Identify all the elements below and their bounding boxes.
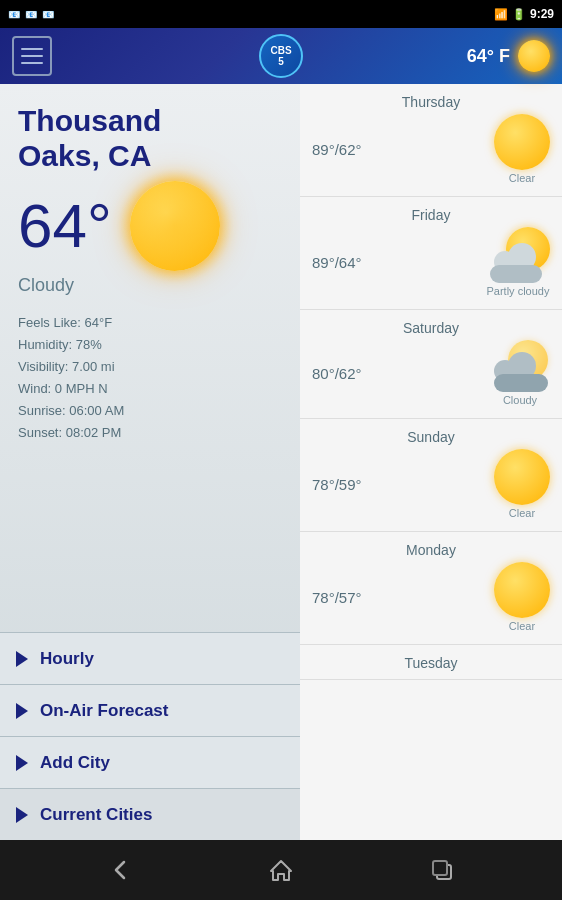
menu-item-hourly[interactable]: Hourly	[0, 632, 300, 684]
day-icon-sunday: Clear	[494, 449, 550, 519]
humidity: Humidity: 78%	[18, 334, 282, 356]
day-condition-monday: Clear	[509, 620, 535, 632]
weather-main: 64°	[0, 173, 300, 271]
menu-line-3	[21, 62, 43, 64]
menu-line-2	[21, 55, 43, 57]
day-temp-sunday: 78°/59°	[312, 476, 362, 493]
partly-cloudy-icon-friday	[486, 227, 550, 283]
left-panel: ThousandOaks, CA 64° Cloudy Feels Like: …	[0, 84, 300, 840]
cloud-base-friday	[490, 265, 542, 283]
triangle-icon-add-city	[16, 755, 28, 771]
sunrise: Sunrise: 06:00 AM	[18, 400, 282, 422]
app-logo: CBS5	[259, 34, 303, 78]
recent-apps-icon	[428, 856, 456, 884]
day-label-saturday: Saturday	[312, 316, 550, 338]
status-bar: 📧 📧 📧 📶 🔋 9:29	[0, 0, 562, 28]
status-right: 📶 🔋 9:29	[494, 7, 554, 21]
main-content: ThousandOaks, CA 64° Cloudy Feels Like: …	[0, 84, 562, 840]
day-label-monday: Monday	[312, 538, 550, 560]
bottom-navigation	[0, 840, 562, 900]
sunset: Sunset: 08:02 PM	[18, 422, 282, 444]
header-temperature: 64° F	[467, 46, 510, 67]
day-content-sunday: 78°/59° Clear	[312, 447, 550, 525]
menu-label-hourly: Hourly	[40, 649, 94, 669]
weather-details: Feels Like: 64°F Humidity: 78% Visibilit…	[0, 296, 300, 445]
sun-icon-thursday	[494, 114, 550, 170]
forecast-thursday: Thursday 89°/62° Clear	[300, 84, 562, 197]
day-condition-sunday: Clear	[509, 507, 535, 519]
status-icons-left: 📧 📧 📧	[8, 9, 55, 20]
day-temp-saturday: 80°/62°	[312, 365, 362, 382]
triangle-icon-on-air	[16, 703, 28, 719]
current-weather-icon	[130, 181, 220, 271]
recent-apps-button[interactable]	[422, 850, 462, 890]
day-icon-thursday: Clear	[494, 114, 550, 184]
time-display: 9:29	[530, 7, 554, 21]
home-icon	[267, 856, 295, 884]
menu-item-add-city[interactable]: Add City	[0, 736, 300, 788]
cloud-base-saturday	[494, 374, 548, 392]
menu-label-add-city: Add City	[40, 753, 110, 773]
day-temp-monday: 78°/57°	[312, 589, 362, 606]
day-temp-thursday: 89°/62°	[312, 141, 362, 158]
battery-icon: 🔋	[512, 8, 526, 21]
forecast-friday: Friday 89°/64° Partly cl	[300, 197, 562, 310]
pc-cloud-friday	[486, 251, 542, 283]
day-content-saturday: 80°/62° Cloudy	[312, 338, 550, 412]
forecast-monday: Monday 78°/57° Clear	[300, 532, 562, 645]
back-icon	[106, 856, 134, 884]
app-header: CBS5 64° F	[0, 28, 562, 84]
day-label-thursday: Thursday	[312, 90, 550, 112]
back-button[interactable]	[100, 850, 140, 890]
day-label-sunday: Sunday	[312, 425, 550, 447]
cloud-body-saturday	[490, 362, 548, 392]
forecast-tuesday: Tuesday	[300, 645, 562, 680]
header-temp-area: 64° F	[467, 40, 550, 72]
header-sun-icon	[518, 40, 550, 72]
visibility: Visibility: 7.00 mi	[18, 356, 282, 378]
current-temperature: 64°	[18, 195, 112, 257]
cloudy-cloud-saturday	[490, 362, 548, 392]
wind: Wind: 0 MPH N	[18, 378, 282, 400]
day-label-tuesday: Tuesday	[312, 651, 550, 673]
day-icon-saturday: Cloudy	[490, 340, 550, 406]
cloudy-icon-saturday	[490, 340, 550, 392]
triangle-icon-current-cities	[16, 807, 28, 823]
svg-rect-2	[433, 861, 447, 875]
menu-item-on-air-forecast[interactable]: On-Air Forecast	[0, 684, 300, 736]
day-label-friday: Friday	[312, 203, 550, 225]
cbs-logo: CBS5	[259, 34, 303, 78]
cloud-body-friday	[486, 251, 542, 283]
day-content-thursday: 89°/62° Clear	[312, 112, 550, 190]
day-content-friday: 89°/64° Partly cloudy	[312, 225, 550, 303]
forecast-panel: Thursday 89°/62° Clear Friday 89°/64°	[300, 84, 562, 840]
day-icon-monday: Clear	[494, 562, 550, 632]
sun-icon-monday	[494, 562, 550, 618]
day-condition-friday: Partly cloudy	[487, 285, 550, 297]
menu-line-1	[21, 48, 43, 50]
menu-button[interactable]	[12, 36, 52, 76]
signal-icon: 📶	[494, 8, 508, 21]
day-condition-saturday: Cloudy	[503, 394, 537, 406]
city-name: ThousandOaks, CA	[0, 84, 300, 173]
home-button[interactable]	[261, 850, 301, 890]
day-condition-thursday: Clear	[509, 172, 535, 184]
forecast-saturday: Saturday 80°/62° Cloudy	[300, 310, 562, 419]
day-content-monday: 78°/57° Clear	[312, 560, 550, 638]
forecast-sunday: Sunday 78°/59° Clear	[300, 419, 562, 532]
sun-icon-sunday	[494, 449, 550, 505]
day-icon-friday: Partly cloudy	[486, 227, 550, 297]
menu-label-current-cities: Current Cities	[40, 805, 152, 825]
menu-label-on-air: On-Air Forecast	[40, 701, 168, 721]
feels-like: Feels Like: 64°F	[18, 312, 282, 334]
svg-marker-0	[271, 861, 291, 880]
menu-item-current-cities[interactable]: Current Cities	[0, 788, 300, 840]
triangle-icon-hourly	[16, 651, 28, 667]
day-temp-friday: 89°/64°	[312, 254, 362, 271]
menu-items: Hourly On-Air Forecast Add City Current …	[0, 632, 300, 840]
